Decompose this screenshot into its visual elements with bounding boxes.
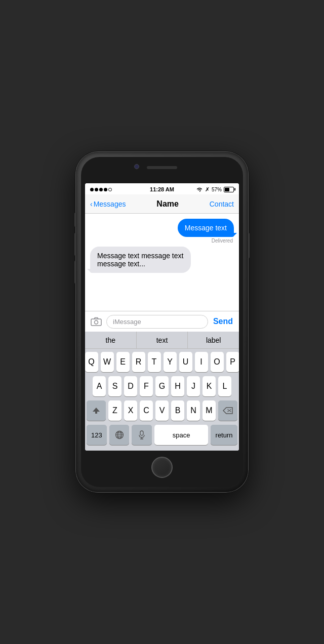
key-s[interactable]: S xyxy=(108,376,122,396)
nav-bar: ‹ Messages Name Contact xyxy=(85,194,239,214)
numbers-key[interactable]: 123 xyxy=(87,425,107,445)
backspace-key[interactable] xyxy=(218,400,237,421)
key-a[interactable]: A xyxy=(93,376,106,396)
wifi-icon xyxy=(196,187,203,192)
key-d[interactable]: D xyxy=(124,376,137,396)
key-c[interactable]: C xyxy=(140,400,153,421)
status-right: ✗ 57% xyxy=(196,186,234,193)
signal-dot-5 xyxy=(108,188,112,191)
back-chevron-icon: ‹ xyxy=(90,200,93,208)
received-bubble-tail xyxy=(87,269,91,273)
key-q[interactable]: Q xyxy=(85,352,98,372)
bluetooth-icon: ✗ xyxy=(205,186,210,193)
svg-rect-0 xyxy=(91,319,101,326)
key-l[interactable]: L xyxy=(218,376,231,396)
signal-dot-3 xyxy=(99,188,103,191)
key-row-3: Z X C V B N M xyxy=(87,400,237,421)
key-y[interactable]: Y xyxy=(164,352,177,372)
home-button[interactable] xyxy=(151,457,173,478)
mic-icon xyxy=(138,430,145,439)
mic-key[interactable] xyxy=(132,425,152,445)
mute-switch[interactable] xyxy=(74,213,76,227)
phone-inner: 11:28 AM ✗ 57% xyxy=(81,157,243,487)
key-j[interactable]: J xyxy=(187,376,200,396)
sent-bubble-tail xyxy=(233,233,237,237)
shift-key[interactable] xyxy=(87,400,106,421)
battery-icon xyxy=(224,187,234,192)
message-sent: Message text Delivered xyxy=(178,219,234,244)
camera-icon xyxy=(91,317,102,326)
message-input[interactable]: iMessage xyxy=(106,315,208,329)
key-row-1: Q W E R T Y U I O P xyxy=(87,352,237,372)
earpiece-speaker xyxy=(147,166,177,169)
message-received: Message text message text message text..… xyxy=(90,247,191,273)
signal-dot-2 xyxy=(95,188,98,191)
delivered-status: Delivered xyxy=(212,238,233,244)
back-button[interactable]: ‹ Messages xyxy=(90,200,126,208)
signal-dot-4 xyxy=(104,188,107,191)
input-placeholder: iMessage xyxy=(113,318,141,326)
key-r[interactable]: R xyxy=(132,352,145,372)
svg-point-1 xyxy=(95,320,98,324)
received-bubble: Message text message text message text..… xyxy=(90,247,191,273)
key-row-4: 123 xyxy=(87,425,237,445)
status-time: 11:28 AM xyxy=(150,186,174,192)
key-row-2: A S D F G H J K L xyxy=(87,376,237,396)
key-t[interactable]: T xyxy=(148,352,161,372)
phone-device: 11:28 AM ✗ 57% xyxy=(76,152,248,492)
key-m[interactable]: M xyxy=(202,400,216,421)
key-h[interactable]: H xyxy=(171,376,184,396)
key-v[interactable]: V xyxy=(155,400,169,421)
globe-icon xyxy=(115,430,124,439)
power-button[interactable] xyxy=(248,233,250,258)
battery-fill xyxy=(225,188,229,191)
key-k[interactable]: K xyxy=(202,376,216,396)
contact-button[interactable]: Contact xyxy=(210,200,234,208)
key-n[interactable]: N xyxy=(187,400,200,421)
svg-rect-7 xyxy=(140,431,143,435)
key-g[interactable]: G xyxy=(155,376,169,396)
nav-title: Name xyxy=(156,199,179,209)
key-e[interactable]: E xyxy=(116,352,130,372)
sent-message-text: Message text xyxy=(185,224,227,232)
autocomplete-the[interactable]: the xyxy=(85,332,137,348)
volume-down-button[interactable] xyxy=(74,261,76,284)
send-button[interactable]: Send xyxy=(211,317,235,326)
key-w[interactable]: W xyxy=(101,352,114,372)
signal-indicators xyxy=(90,188,112,191)
screen: 11:28 AM ✗ 57% xyxy=(85,183,239,451)
autocomplete-text[interactable]: text xyxy=(137,332,188,348)
autocomplete-bar: the text label xyxy=(85,332,239,349)
key-z[interactable]: Z xyxy=(108,400,122,421)
autocomplete-label[interactable]: label xyxy=(188,332,239,348)
keys-area: Q W E R T Y U I O P A S xyxy=(85,349,239,451)
key-b[interactable]: B xyxy=(171,400,184,421)
sent-bubble: Message text xyxy=(178,219,234,237)
shift-icon xyxy=(92,407,100,415)
key-i[interactable]: I xyxy=(195,352,208,372)
key-o[interactable]: O xyxy=(211,352,224,372)
front-camera xyxy=(134,164,139,169)
globe-key[interactable] xyxy=(109,425,130,445)
input-area: iMessage Send xyxy=(85,311,239,332)
key-p[interactable]: P xyxy=(226,352,239,372)
key-f[interactable]: F xyxy=(140,376,153,396)
back-label: Messages xyxy=(94,200,126,208)
key-x[interactable]: X xyxy=(124,400,137,421)
battery-percent: 57% xyxy=(212,187,222,192)
volume-up-button[interactable] xyxy=(74,233,76,256)
received-message-text: Message text message text message text..… xyxy=(97,252,183,268)
backspace-icon xyxy=(223,407,233,414)
return-key[interactable]: return xyxy=(211,425,237,445)
camera-button[interactable] xyxy=(89,314,103,329)
signal-dot-1 xyxy=(90,188,94,191)
keyboard: the text label Q W E R T Y U I xyxy=(85,332,239,451)
status-bar: 11:28 AM ✗ 57% xyxy=(85,183,239,194)
key-u[interactable]: U xyxy=(179,352,192,372)
space-key[interactable]: space xyxy=(154,425,208,445)
messages-area: Message text Delivered Message text mess… xyxy=(85,214,239,311)
